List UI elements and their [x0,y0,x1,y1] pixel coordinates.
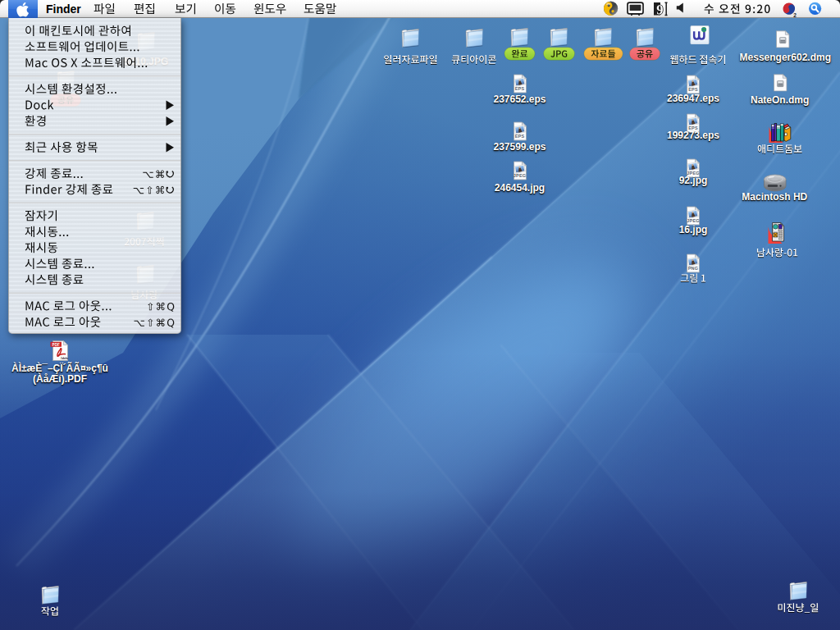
svg-text:2: 2 [793,12,797,18]
